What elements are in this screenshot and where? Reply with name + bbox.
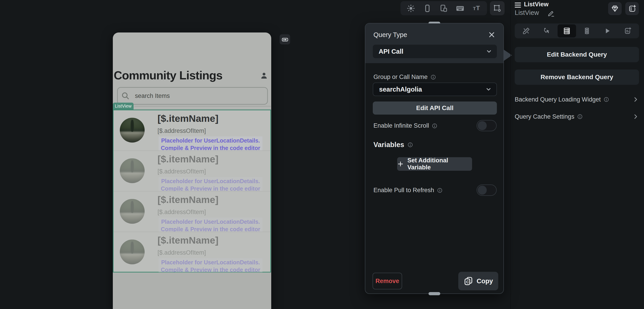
group-call-name-select[interactable]: searchAlgolia — [373, 82, 497, 96]
custom-widget-placeholder: Placeholder for UserLocationDetails.Comp… — [159, 136, 262, 150]
dialog-drag-handle-bottom[interactable] — [428, 292, 440, 295]
widget-name-field[interactable]: ListView — [515, 9, 539, 16]
list-item[interactable]: [$.itemName] [$.addressOfItem] Placehold… — [114, 191, 270, 232]
copy-icon: C — [464, 276, 474, 286]
keyboard-icon[interactable] — [456, 4, 464, 13]
timeline-icon — [583, 27, 591, 35]
edit-backend-query-button[interactable]: Edit Backend Query — [515, 47, 639, 62]
query-type-value: API Call — [379, 48, 404, 55]
list-item[interactable]: [$.itemName] [$.addressOfItem] Placehold… — [114, 232, 270, 272]
canvas-display-settings-button[interactable] — [490, 1, 504, 15]
infinite-scroll-label: Enable Infinite Scroll — [374, 122, 438, 129]
actions-tab[interactable] — [537, 24, 556, 37]
query-cache-settings-row[interactable]: Query Cache Settings — [515, 113, 639, 120]
listview-selection-badge[interactable]: ListView — [113, 103, 134, 110]
plus-icon — [397, 161, 404, 167]
pull-to-refresh-label: Enable Pull to Refresh — [374, 187, 443, 194]
item-name-text: [$.itemName] — [158, 235, 218, 246]
listing-image — [120, 118, 145, 143]
item-name-text: [$.itemName] — [158, 154, 218, 165]
item-address-text: [$.addressOfItem] — [158, 249, 206, 256]
text-scale-icon[interactable]: T T — [472, 4, 481, 13]
variables-heading: Variables — [374, 141, 413, 149]
query-type-select[interactable]: API Call — [373, 45, 497, 58]
device-sizes-icon[interactable] — [439, 4, 448, 13]
theme-sun-icon[interactable] — [406, 4, 416, 13]
widget-type-title: ListView — [524, 1, 548, 8]
chevron-right-icon — [632, 113, 639, 120]
chevron-down-icon — [485, 85, 492, 93]
listing-image — [120, 240, 145, 264]
custom-widget-placeholder: Placeholder for UserLocationDetails.Comp… — [159, 258, 262, 272]
page-title[interactable]: Community Listings — [114, 68, 222, 82]
query-type-dialog: Query Type API Call Group or Call Name s… — [365, 23, 504, 294]
backend-query-loading-widget-row[interactable]: Backend Query Loading Widget — [515, 96, 639, 103]
list-item[interactable]: [$.itemName] [$.addressOfItem] Placehold… — [114, 110, 270, 150]
widget-boundary-line — [134, 106, 271, 106]
add-widget-icon — [628, 4, 636, 13]
canvas-frame-gear-icon — [493, 4, 502, 13]
upgrade-button[interactable] — [608, 2, 622, 15]
dialog-header: Query Type API Call — [365, 23, 504, 63]
info-icon[interactable] — [604, 96, 609, 102]
item-address-text: [$.addressOfItem] — [158, 209, 206, 216]
listview-widget[interactable]: [$.itemName] [$.addressOfItem] Placehold… — [113, 110, 271, 273]
svg-text:C: C — [466, 280, 469, 284]
svg-text:T: T — [476, 4, 480, 11]
phone-canvas[interactable]: Community Listings search Items ListView… — [113, 32, 271, 309]
chevron-down-icon — [485, 48, 493, 55]
item-name-text: [$.itemName] — [158, 113, 218, 124]
close-icon[interactable] — [487, 30, 497, 40]
docs-tab[interactable] — [618, 24, 637, 37]
properties-tab[interactable] — [517, 24, 536, 37]
copy-query-button[interactable]: C Copy — [458, 272, 498, 290]
custom-widget-placeholder: Placeholder for UserLocationDetails.Comp… — [159, 177, 262, 191]
edit-api-call-button[interactable]: Edit API Call — [373, 101, 497, 115]
panel-divider — [510, 0, 511, 309]
remove-query-button[interactable]: Remove — [372, 273, 402, 289]
play-icon — [603, 27, 611, 35]
chevron-right-icon — [632, 96, 639, 103]
item-address-text: [$.addressOfItem] — [158, 168, 206, 175]
canvas-toolbar: T T — [400, 1, 487, 15]
listing-image — [120, 199, 145, 224]
info-icon[interactable] — [407, 142, 413, 148]
item-name-text: [$.itemName] — [158, 194, 218, 205]
server-stack-icon — [563, 27, 571, 35]
info-icon[interactable] — [577, 114, 583, 120]
search-placeholder: search Items — [135, 92, 170, 99]
menu-icon[interactable] — [515, 2, 522, 8]
group-call-name-label: Group or Call Name — [374, 73, 436, 80]
info-icon[interactable] — [432, 123, 438, 129]
remove-backend-query-button[interactable]: Remove Backend Query — [515, 69, 639, 85]
info-icon[interactable] — [437, 187, 443, 193]
wire-cursor-icon — [542, 27, 550, 35]
app-bar-toggle-button[interactable] — [280, 34, 290, 44]
ruler-pencil-icon — [522, 27, 530, 35]
person-icon[interactable] — [260, 71, 268, 80]
search-field[interactable]: search Items — [117, 87, 268, 105]
panel-tab-bar — [515, 23, 639, 38]
edit-pencil-icon[interactable] — [547, 9, 555, 17]
list-item[interactable]: [$.itemName] [$.addressOfItem] Placehold… — [114, 150, 270, 191]
document-add-icon — [624, 27, 632, 35]
phone-device-icon[interactable] — [423, 4, 432, 13]
diamond-icon — [611, 4, 619, 13]
navbar-pill-icon — [282, 36, 288, 43]
svg-text:T: T — [473, 6, 476, 11]
pull-to-refresh-toggle[interactable] — [476, 185, 497, 196]
group-call-name-value: searchAlgolia — [379, 86, 422, 93]
tests-tab[interactable] — [598, 24, 616, 37]
custom-widget-placeholder: Placeholder for UserLocationDetails.Comp… — [159, 218, 262, 232]
listing-image — [120, 158, 145, 183]
animations-tab[interactable] — [578, 24, 596, 37]
search-icon — [121, 91, 130, 100]
item-address-text: [$.addressOfItem] — [158, 127, 206, 134]
infinite-scroll-toggle[interactable] — [476, 120, 497, 131]
set-additional-variable-button[interactable]: Set Additional Variable — [397, 157, 472, 171]
backend-query-tab[interactable] — [558, 24, 576, 37]
add-widget-button[interactable] — [625, 2, 639, 15]
info-icon[interactable] — [430, 74, 436, 80]
dialog-title: Query Type — [374, 31, 407, 38]
phone-body-below-list — [113, 273, 271, 309]
